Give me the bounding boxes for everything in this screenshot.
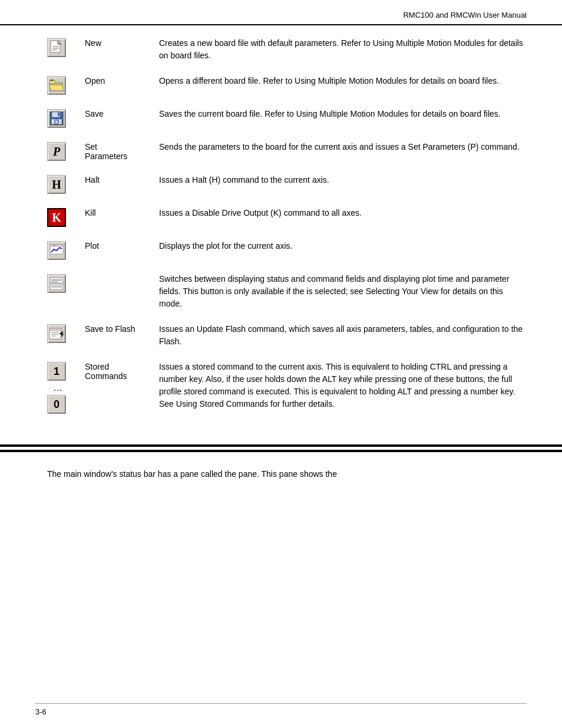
- item-name-switch: [82, 273, 159, 274]
- switch-icon-box: [47, 274, 66, 293]
- item-row-plot: Plot Displays the plot for the current a…: [47, 240, 527, 260]
- item-desc-plot: Displays the plot for the current axis.: [159, 240, 527, 252]
- flash-icon-box: [47, 324, 66, 343]
- footer-page-number: 3-6: [35, 707, 47, 716]
- icon-switch: [47, 273, 82, 293]
- content-area: New Creates a new board file with defaul…: [0, 25, 562, 439]
- halt-label: H: [52, 178, 61, 192]
- divider-thick-2: [0, 450, 562, 452]
- header-title: RMC100 and RMCWin User Manual: [403, 11, 527, 19]
- switch-svg: [49, 277, 64, 290]
- flash-svg: [49, 327, 64, 341]
- kill-label: K: [52, 211, 61, 225]
- item-row-set-params: P Set Parameters Sends the parameters to…: [47, 141, 527, 161]
- item-name-open: Open: [82, 75, 159, 85]
- page-container: RMC100 and RMCWin User Manual: [0, 0, 562, 728]
- icon-flash: [47, 323, 82, 343]
- item-desc-stored: Issues a stored command to the current a…: [159, 361, 527, 410]
- svg-rect-8: [49, 81, 55, 84]
- item-name-stored: Stored Commands: [82, 361, 159, 381]
- svg-rect-19: [50, 245, 63, 246]
- item-desc-open: Opens a different board file. Refer to U…: [159, 75, 527, 87]
- item-row-switch: Switches between displaying status and c…: [47, 273, 527, 310]
- svg-rect-14: [58, 113, 59, 116]
- icon-stored-group: 1 … 0: [47, 361, 82, 414]
- icon-open: [47, 75, 82, 95]
- item-desc-kill: Issues a Disable Drive Output (K) comman…: [159, 207, 527, 219]
- divider-thick-1: [0, 444, 562, 447]
- icon-save: [47, 108, 82, 128]
- open-folder-svg: [49, 79, 64, 92]
- item-row-save: Save Saves the current board file. Refer…: [47, 108, 527, 128]
- item-row-halt: H Halt Issues a Halt (H) command to the …: [47, 174, 527, 194]
- item-desc-halt: Issues a Halt (H) command to the current…: [159, 174, 527, 186]
- item-name-flash: Save to Flash: [82, 323, 159, 334]
- open-icon-box: [47, 76, 66, 95]
- stored-0-icon: 0: [47, 395, 66, 414]
- item-name-kill: Kill: [82, 207, 159, 218]
- bottom-text-area: The main window's status bar has a pane …: [0, 462, 562, 486]
- page-header: RMC100 and RMCWin User Manual: [0, 0, 562, 25]
- item-name-plot: Plot: [82, 240, 159, 251]
- item-row-new: New Creates a new board file with defaul…: [47, 37, 527, 62]
- item-row-kill: K Kill Issues a Disable Drive Output (K)…: [47, 207, 527, 227]
- stored-dots: …: [47, 383, 66, 393]
- page-footer: 3-6: [35, 703, 527, 716]
- save-icon-box: [47, 109, 66, 128]
- svg-point-20: [54, 245, 55, 246]
- new-doc-svg: [49, 40, 64, 55]
- set-params-icon-box: P: [47, 142, 66, 161]
- svg-point-17: [55, 121, 58, 123]
- icon-halt: H: [47, 174, 82, 194]
- stored-1-label: 1: [54, 365, 59, 378]
- stored-icons: 1 … 0: [47, 362, 66, 414]
- set-params-label: P: [53, 145, 60, 159]
- icon-plot: [47, 240, 82, 260]
- item-row-open: Open Opens a different board file. Refer…: [47, 75, 527, 95]
- item-desc-new: Creates a new board file with default pa…: [159, 37, 527, 62]
- save-disk-svg: [49, 111, 64, 126]
- icon-new: [47, 37, 82, 57]
- item-desc-save: Saves the current board file. Refer to U…: [159, 108, 527, 120]
- item-row-stored: 1 … 0 Stored Commands Issues a stored co…: [47, 361, 527, 414]
- stored-0-label: 0: [54, 398, 59, 411]
- item-name-save: Save: [82, 108, 159, 118]
- item-name-halt: Halt: [82, 174, 159, 185]
- plot-svg: [49, 244, 64, 257]
- icon-kill: K: [47, 207, 82, 227]
- kill-icon-box: K: [47, 208, 66, 227]
- item-desc-flash: Issues an Update Flash command, which sa…: [159, 323, 527, 348]
- bottom-paragraph: The main window's status bar has a pane …: [47, 467, 527, 480]
- icon-set-params: P: [47, 141, 82, 161]
- item-desc-switch: Switches between displaying status and c…: [159, 273, 527, 310]
- item-name-set-params: Set Parameters: [82, 141, 159, 161]
- stored-1-icon: 1: [47, 362, 66, 381]
- new-icon-box: [47, 38, 66, 57]
- svg-rect-29: [49, 328, 61, 331]
- svg-marker-10: [49, 85, 64, 91]
- item-name-new: New: [82, 37, 159, 48]
- halt-icon-box: H: [47, 175, 66, 194]
- item-row-save-to-flash: Save to Flash Issues an Update Flash com…: [47, 323, 527, 348]
- item-desc-set-params: Sends the parameters to the board for th…: [159, 141, 527, 153]
- plot-icon-box: [47, 241, 66, 260]
